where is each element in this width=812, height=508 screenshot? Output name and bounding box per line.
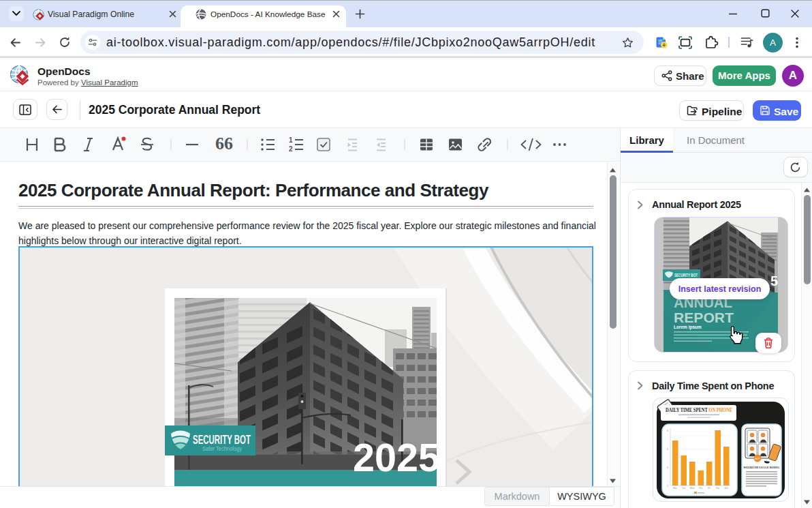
svg-text:Mon: Mon (673, 487, 677, 490)
svg-text:5: 5 (770, 273, 778, 288)
svg-text:Thu: Thu (699, 487, 703, 490)
svg-text:Wed: Wed (690, 487, 695, 490)
svg-text:Fri: Fri (708, 487, 710, 490)
svg-text:REPORT: REPORT (674, 310, 734, 325)
svg-text:SECURITY BOT: SECURITY BOT (674, 273, 698, 278)
svg-text:1: 1 (289, 136, 293, 144)
svg-text:Sun: Sun (724, 487, 728, 490)
svg-text:2025: 2025 (353, 435, 440, 479)
svg-text:2: 2 (289, 145, 293, 153)
svg-text:WEEKEND USAGE RISING: WEEKEND USAGE RISING (743, 466, 780, 469)
svg-text:SECURITY BOT: SECURITY BOT (193, 433, 251, 447)
svg-text:Sat: Sat (716, 487, 719, 490)
svg-text:Tue: Tue (682, 487, 686, 490)
svg-text:Safer Technology: Safer Technology (202, 445, 242, 452)
svg-text:6: 6 (667, 448, 668, 451)
svg-text:66: 66 (215, 134, 233, 153)
svg-text:Lorem ipsum: Lorem ipsum (674, 325, 702, 330)
svg-text:APP: APP (755, 458, 760, 460)
svg-text:2: 2 (667, 485, 668, 488)
svg-text:DAILY TIME SPENT ON PHONE: DAILY TIME SPENT ON PHONE (666, 408, 732, 413)
svg-text:4: 4 (667, 466, 668, 469)
svg-text:8: 8 (667, 430, 668, 432)
